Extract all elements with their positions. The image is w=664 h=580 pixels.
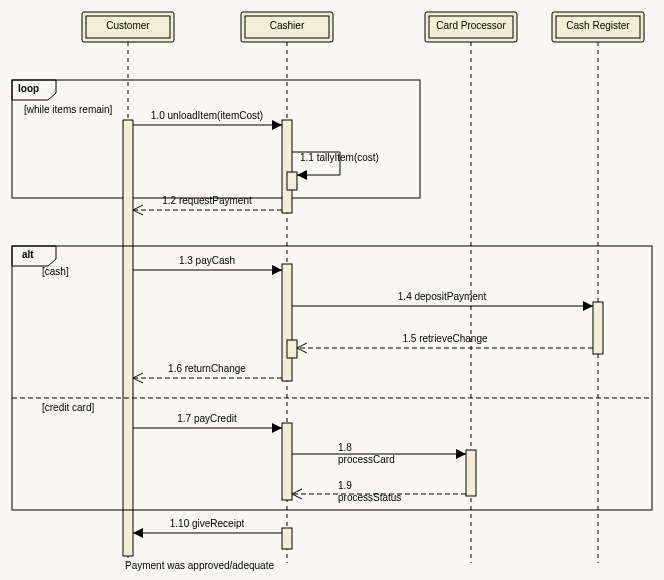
activation bbox=[282, 120, 292, 213]
activation bbox=[282, 264, 292, 381]
frame-alt: alt [cash] [credit card] bbox=[12, 246, 652, 510]
message-tally-item: 1.1 tallyItem(cost) bbox=[287, 152, 379, 190]
message-deposit-payment: 1.4 depositPayment bbox=[292, 291, 603, 354]
message-label: 1.8 bbox=[338, 442, 352, 453]
message-label: 1.5 retrieveChange bbox=[402, 333, 487, 344]
svg-rect-18 bbox=[12, 246, 652, 510]
message-process-status: 1.9 processStatus bbox=[292, 480, 466, 503]
svg-marker-21 bbox=[272, 265, 282, 275]
svg-marker-16 bbox=[297, 170, 307, 180]
diagram-note: Payment was approved/adequate bbox=[125, 560, 274, 571]
lifeline-cash-register: Cash Register bbox=[552, 12, 644, 563]
message-label: 1.2 requestPayment bbox=[162, 195, 252, 206]
activation bbox=[123, 120, 133, 556]
lifeline-label: Cashier bbox=[270, 20, 305, 31]
message-label: 1.3 payCash bbox=[179, 255, 235, 266]
message-label: 1.10 giveReceipt bbox=[170, 518, 245, 529]
message-label: 1.6 returnChange bbox=[168, 363, 246, 374]
message-unload-item: 1.0 unloadItem(itemCost) bbox=[133, 110, 282, 130]
svg-marker-28 bbox=[272, 423, 282, 433]
frame-guard: [cash] bbox=[42, 266, 69, 277]
activation bbox=[282, 528, 292, 549]
svg-rect-15 bbox=[287, 172, 297, 190]
frame-guard: [credit card] bbox=[42, 402, 94, 413]
message-label: processStatus bbox=[338, 492, 401, 503]
message-give-receipt: 1.10 giveReceipt bbox=[133, 518, 282, 538]
lifeline-label: Cash Register bbox=[566, 20, 630, 31]
message-pay-credit: 1.7 payCredit bbox=[133, 413, 282, 433]
message-label: 1.1 tallyItem(cost) bbox=[300, 152, 379, 163]
lifeline-label: Card Processor bbox=[436, 20, 506, 31]
frame-label: alt bbox=[22, 249, 34, 260]
message-return-change: 1.6 returnChange bbox=[133, 363, 282, 383]
svg-marker-33 bbox=[133, 528, 143, 538]
message-label: 1.9 bbox=[338, 480, 352, 491]
activation bbox=[466, 450, 476, 496]
svg-rect-12 bbox=[12, 80, 420, 198]
svg-marker-23 bbox=[583, 301, 593, 311]
frame-label: loop bbox=[18, 83, 39, 94]
activation bbox=[282, 423, 292, 500]
svg-marker-30 bbox=[456, 449, 466, 459]
message-retrieve-change: 1.5 retrieveChange bbox=[287, 333, 593, 358]
message-process-card: 1.8 processCard bbox=[292, 442, 476, 496]
lifeline-label: Customer bbox=[106, 20, 150, 31]
message-label: 1.0 unloadItem(itemCost) bbox=[151, 110, 263, 121]
message-label: processCard bbox=[338, 454, 395, 465]
message-pay-cash: 1.3 payCash bbox=[133, 255, 282, 275]
sequence-diagram: Customer Cashier Card Processor Cash Reg… bbox=[0, 0, 664, 580]
svg-rect-24 bbox=[287, 340, 297, 358]
message-label: 1.4 depositPayment bbox=[398, 291, 487, 302]
svg-marker-14 bbox=[272, 120, 282, 130]
frame-loop: loop [while items remain] bbox=[12, 80, 420, 198]
frame-guard: [while items remain] bbox=[24, 104, 113, 115]
message-label: 1.7 payCredit bbox=[177, 413, 237, 424]
activation bbox=[593, 302, 603, 354]
